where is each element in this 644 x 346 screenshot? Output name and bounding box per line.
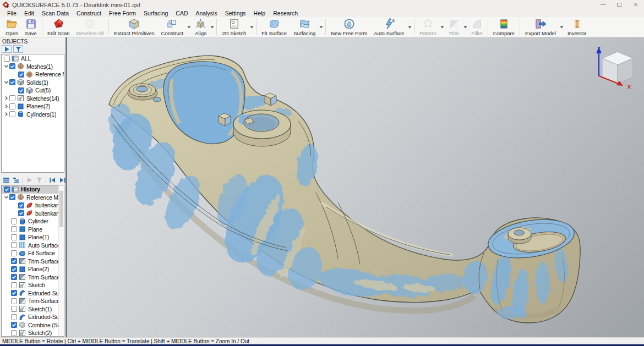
checkbox[interactable] [9, 194, 15, 200]
viewport-3d[interactable]: z x [67, 37, 644, 337]
history-row-reference-mesh[interactable]: Reference Mesh [2, 194, 64, 202]
history-go-first-button[interactable] [48, 176, 57, 184]
toolbar-button-new-free-form[interactable]: New Free Form [328, 17, 370, 37]
toolbar-button-edit-scan[interactable]: Edit Scan [44, 17, 73, 37]
nav-cube[interactable]: z x [591, 44, 637, 89]
objects-row-meshes-1[interactable]: Meshes(1) [2, 63, 64, 71]
objects-row-solids-1[interactable]: Solids(1) [2, 79, 64, 87]
checkbox[interactable] [11, 322, 17, 328]
toolbar-button-construct[interactable]: Construct [158, 17, 187, 37]
expander-icon[interactable] [4, 195, 9, 200]
checkbox[interactable] [11, 250, 17, 256]
checkbox[interactable] [9, 63, 15, 69]
checkbox[interactable] [11, 282, 17, 288]
checkbox[interactable] [11, 330, 17, 336]
checkbox[interactable] [11, 226, 17, 232]
close-button[interactable]: ✕ [627, 0, 644, 9]
checkbox[interactable] [18, 202, 24, 208]
menu-item-cad[interactable]: CAD [172, 10, 192, 17]
toolbar-button-fit-surface[interactable]: Fit Surface [258, 17, 290, 37]
history-row-plane[interactable]: Plane [2, 226, 64, 234]
objects-row-cylinders-1[interactable]: Cylinders(1) [2, 111, 64, 119]
toolbar-button-surfacing[interactable]: Surfacing [290, 17, 319, 37]
history-row-extruded-surface-solid[interactable]: Extruded-Surface (Solid [2, 289, 64, 298]
history-row-cylinder[interactable]: Cylinder [2, 217, 64, 226]
menu-item-scan-data[interactable]: Scan Data [38, 10, 73, 17]
history-tree-view-button[interactable] [12, 176, 21, 184]
history-row-sketch-2[interactable]: Sketch(2) [2, 329, 64, 337]
menu-item-construct[interactable]: Construct [73, 10, 105, 17]
checkbox[interactable] [9, 103, 15, 109]
checkbox[interactable] [11, 306, 17, 312]
menu-item-free-form[interactable]: Free Form [105, 10, 140, 17]
maximize-button[interactable] [611, 0, 627, 9]
toolbar-dropdown-construct[interactable] [187, 17, 192, 37]
toolbar-button-export-model[interactable]: Export Model [522, 17, 559, 37]
expander-icon[interactable] [4, 96, 9, 101]
history-row-trim-surface-2-solid-b[interactable]: Trim-Surface(2) (Solid B [2, 297, 64, 305]
expander-icon[interactable] [4, 112, 9, 117]
menu-item-surfacing[interactable]: Surfacing [140, 10, 172, 17]
checkbox[interactable] [18, 72, 24, 78]
minimize-button[interactable] [594, 0, 611, 9]
history-row-combine-solid-body[interactable]: Combine (Solid Body) [2, 321, 64, 329]
history-row-buitenkant2[interactable]: buitenkant2 [2, 210, 64, 218]
history-scrollbar[interactable] [58, 185, 64, 336]
history-row-trim-surface-1-surfac[interactable]: Trim-Surface(1) (Surfac [2, 273, 64, 282]
checkbox[interactable] [11, 290, 17, 296]
checkbox[interactable] [18, 87, 24, 94]
checkbox[interactable] [11, 258, 17, 264]
expander-icon[interactable] [4, 80, 9, 85]
toolbar-dropdown-2d-sketch[interactable] [249, 17, 254, 37]
expander-icon[interactable] [4, 64, 9, 69]
objects-row-sketches-14[interactable]: Sketches(14) [2, 95, 64, 103]
menu-item-settings[interactable]: Settings [221, 10, 250, 17]
history-row-plane-2[interactable]: Plane(2) [2, 265, 64, 273]
expander-icon[interactable] [4, 104, 9, 109]
objects-row-planes-2[interactable]: Planes(2) [2, 102, 64, 111]
history-row-trim-surface-surface-b[interactable]: Trim-Surface (Surface B [2, 257, 64, 266]
objects-row-all[interactable]: ALL [2, 54, 64, 63]
checkbox[interactable] [4, 56, 10, 62]
history-row-history[interactable]: History [2, 185, 64, 194]
toolbar-button-2d-sketch[interactable]: 2D Sketch [219, 17, 249, 37]
objects-filter-button[interactable] [13, 45, 23, 53]
checkbox[interactable] [11, 234, 17, 240]
menu-item-edit[interactable]: Edit [20, 10, 38, 17]
checkbox[interactable] [11, 314, 17, 320]
history-row-fit-surface[interactable]: Fit Surface [2, 249, 64, 257]
history-row-buitenkant[interactable]: buitenkant [2, 201, 64, 210]
toolbar-button-inventor[interactable]: Inventor [564, 17, 590, 37]
toolbar-button-extract-primitives[interactable]: Extract Primitives [111, 17, 157, 37]
checkbox[interactable] [11, 274, 17, 280]
checkbox[interactable] [11, 266, 17, 272]
history-row-extruded-surface-1-s[interactable]: Extruded-Surface(1) (S [2, 313, 64, 321]
history-row-sketch-1[interactable]: Sketch(1) [2, 305, 64, 314]
checkbox[interactable] [11, 218, 17, 224]
toolbar-dropdown-export-model[interactable] [559, 17, 564, 37]
menu-item-analysis[interactable]: Analysis [192, 10, 221, 17]
door-handle-3d-model[interactable] [67, 37, 644, 337]
checkbox[interactable] [9, 111, 15, 117]
toolbar-dropdown-auto-surface[interactable] [407, 17, 412, 37]
checkbox[interactable] [18, 210, 24, 216]
checkbox[interactable] [11, 298, 17, 304]
objects-apply-button[interactable] [2, 45, 12, 53]
history-row-plane-1[interactable]: Plane(1) [2, 233, 64, 241]
checkbox[interactable] [4, 186, 10, 193]
menu-item-research[interactable]: Research [269, 10, 302, 17]
scrollbar-thumb[interactable] [59, 191, 63, 227]
toolbar-button-auto-surface[interactable]: AAuto Surface [370, 17, 407, 37]
toolbar-dropdown-align[interactable] [210, 17, 215, 37]
toolbar-button-open[interactable]: Open [2, 17, 21, 37]
toolbar-button-compare[interactable]: Compare [490, 17, 518, 37]
toolbar-dropdown-surfacing[interactable] [319, 17, 324, 37]
objects-row-cut-5[interactable]: Cut(5) [2, 86, 64, 95]
toolbar-button-align[interactable]: Align [192, 17, 210, 37]
checkbox[interactable] [9, 95, 15, 101]
toolbar-button-save[interactable]: Save [21, 17, 40, 37]
history-row-auto-surface[interactable]: Auto Surface [2, 241, 64, 250]
history-list-view-button[interactable] [2, 176, 11, 184]
checkbox[interactable] [11, 242, 17, 248]
checkbox[interactable] [9, 79, 15, 85]
